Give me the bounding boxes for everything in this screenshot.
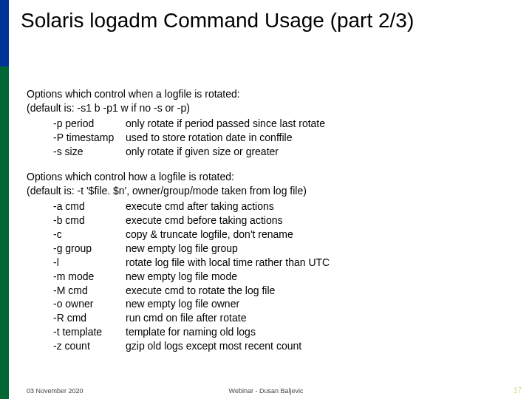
section1-default: (default is: -s1 b -p1 w if no -s or -p): [27, 101, 517, 115]
option-flag: -t template: [53, 325, 126, 339]
option-row: -M cmdexecute cmd to rotate the log file: [27, 284, 517, 298]
option-flag: -g group: [53, 242, 126, 256]
section2-heading: Options which control how a logfile is r…: [27, 170, 517, 184]
option-row: -P timestampused to store rotation date …: [27, 131, 517, 145]
slide-footer: 03 November 2020 Webinar - Dusan Baljevi…: [0, 383, 532, 395]
option-flag: -m mode: [53, 270, 126, 284]
option-description: template for naming old logs: [126, 325, 517, 339]
option-row: -m modenew empty log file mode: [27, 270, 517, 284]
option-description: rotate log file with local time rather t…: [126, 256, 517, 270]
option-flag: -z count: [53, 339, 126, 353]
option-flag: -a cmd: [53, 200, 126, 214]
accent-bar-bottom: [0, 66, 9, 399]
option-row: -lrotate log file with local time rather…: [27, 256, 517, 270]
option-row: -s sizeonly rotate if given size or grea…: [27, 145, 517, 159]
option-row: -t templatetemplate for naming old logs: [27, 325, 517, 339]
option-flag: -l: [53, 256, 126, 270]
slide-body: Options which control when a logfile is …: [27, 87, 517, 353]
option-description: run cmd on file after rotate: [126, 311, 517, 325]
option-description: new empty log file group: [126, 242, 517, 256]
option-description: only rotate if period passed since last …: [126, 117, 517, 131]
option-description: used to store rotation date in conffile: [126, 131, 517, 145]
footer-page-number: 17: [514, 386, 522, 395]
option-row: -ccopy & truncate logfile, don't rename: [27, 228, 517, 242]
option-row: -z countgzip old logs except most recent…: [27, 339, 517, 353]
option-flag: -o owner: [53, 297, 126, 311]
accent-bar-top: [0, 0, 9, 66]
option-flag: -p period: [53, 117, 126, 131]
section-gap: [27, 158, 517, 170]
slide: Solaris logadm Command Usage (part 2/3) …: [0, 0, 532, 399]
section2-default: (default is: -t '$file. $n', owner/group…: [27, 184, 517, 198]
option-flag: -M cmd: [53, 284, 126, 298]
option-description: execute cmd after taking actions: [126, 200, 517, 214]
section1-options: -p periodonly rotate if period passed si…: [27, 117, 517, 159]
page-title: Solaris logadm Command Usage (part 2/3): [21, 9, 517, 33]
option-row: -o ownernew empty log file owner: [27, 297, 517, 311]
option-description: execute cmd to rotate the log file: [126, 284, 517, 298]
option-row: -b cmdexecute cmd before taking actions: [27, 214, 517, 228]
option-flag: -s size: [53, 145, 126, 159]
option-flag: -c: [53, 228, 126, 242]
option-row: -R cmdrun cmd on file after rotate: [27, 311, 517, 325]
section1-heading: Options which control when a logfile is …: [27, 87, 517, 101]
option-description: execute cmd before taking actions: [126, 214, 517, 228]
option-flag: -P timestamp: [53, 131, 126, 145]
option-description: new empty log file mode: [126, 270, 517, 284]
footer-center: Webinar - Dusan Baljevic: [0, 387, 532, 395]
option-row: -p periodonly rotate if period passed si…: [27, 117, 517, 131]
option-description: gzip old logs except most recent count: [126, 339, 517, 353]
section2-options: -a cmdexecute cmd after taking actions-b…: [27, 200, 517, 353]
option-description: new empty log file owner: [126, 297, 517, 311]
option-row: -a cmdexecute cmd after taking actions: [27, 200, 517, 214]
option-row: -g groupnew empty log file group: [27, 242, 517, 256]
option-flag: -R cmd: [53, 311, 126, 325]
option-description: copy & truncate logfile, don't rename: [126, 228, 517, 242]
option-description: only rotate if given size or greater: [126, 145, 517, 159]
option-flag: -b cmd: [53, 214, 126, 228]
